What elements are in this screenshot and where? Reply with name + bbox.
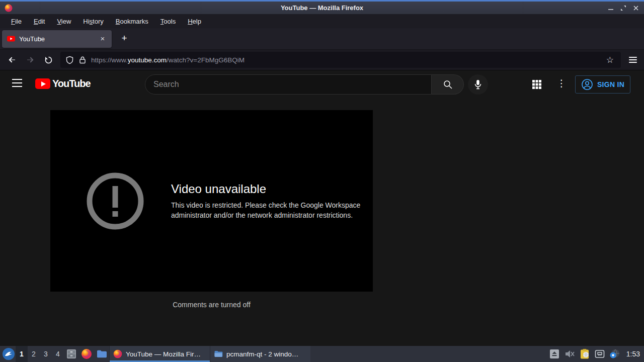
navigation-toolbar: https://www.youtube.com/watch?v=2FbMgG6B… (0, 50, 644, 70)
task-button-firefox[interactable]: YouTube — Mozilla Fir… (109, 346, 210, 362)
youtube-masthead: YouTube ⋮ (0, 70, 644, 99)
search-icon (443, 79, 453, 89)
desktop-launcher[interactable] (94, 346, 109, 362)
guide-hamburger-icon[interactable] (12, 79, 22, 87)
menu-tools[interactable]: Tools (154, 16, 182, 27)
network-status-globe-icon[interactable] (609, 348, 620, 359)
clock[interactable]: 1:53 (626, 350, 640, 358)
folder-icon (213, 349, 223, 359)
file-cabinet-icon (65, 348, 77, 360)
workspace-3[interactable]: 3 (40, 346, 52, 362)
workspace-4[interactable]: 4 (52, 346, 64, 362)
error-title: Video unavailable (171, 182, 370, 196)
tab-bar: YouTube × + (0, 28, 644, 50)
blue-folder-icon (96, 348, 108, 360)
new-tab-button[interactable]: + (117, 31, 132, 46)
youtube-wordmark: YouTube (52, 78, 91, 89)
window-title: YouTube — Mozilla Firefox (0, 4, 644, 12)
taskbar: 1 2 3 4 (0, 346, 644, 362)
volume-muted-icon[interactable] (564, 348, 575, 359)
firefox-launcher[interactable] (79, 346, 94, 362)
menu-edit[interactable]: Edit (28, 16, 51, 27)
tab-label: YouTube (19, 35, 98, 43)
url-bar[interactable]: https://www.youtube.com/watch?v=2FbMgG6B… (60, 52, 621, 68)
error-exclamation-icon (87, 172, 144, 230)
workspace-2[interactable]: 2 (28, 346, 40, 362)
url-text[interactable]: https://www.youtube.com/watch?v=2FbMgG6B… (91, 56, 604, 64)
task-label: pcmanfm-qt - 2 windo… (226, 350, 298, 358)
network-ethernet-icon[interactable] (594, 348, 605, 359)
search-input[interactable] (145, 74, 432, 95)
lxqt-bird-icon (2, 347, 15, 360)
bookmark-star-icon[interactable]: ☆ (604, 55, 616, 65)
tab-youtube[interactable]: YouTube × (2, 30, 112, 48)
system-tray: 1:53 (549, 348, 644, 359)
lock-icon[interactable] (79, 56, 86, 64)
reload-button[interactable] (40, 52, 56, 68)
menu-history[interactable]: History (77, 16, 109, 27)
forward-button[interactable] (22, 52, 38, 68)
menu-file[interactable]: File (5, 16, 28, 27)
comments-status: Comments are turned off (50, 301, 373, 309)
removable-media-icon[interactable] (549, 348, 560, 359)
microphone-icon (473, 79, 482, 89)
menu-bookmarks[interactable]: Bookmarks (110, 16, 154, 27)
task-button-pcmanfm[interactable]: pcmanfm-qt - 2 windo… (210, 346, 310, 362)
voice-search-button[interactable] (468, 74, 488, 95)
minimize-button[interactable] (607, 4, 615, 12)
firefox-window: YouTube — Mozilla Firefox File Edit View… (0, 0, 644, 362)
tab-close-icon[interactable]: × (98, 34, 108, 44)
titlebar[interactable]: YouTube — Mozilla Firefox (0, 2, 644, 14)
file-manager-launcher[interactable] (64, 346, 79, 362)
restore-button[interactable] (619, 4, 627, 12)
sign-in-label: SIGN IN (597, 80, 624, 88)
menu-help[interactable]: Help (182, 16, 207, 27)
youtube-page: YouTube ⋮ (0, 70, 644, 346)
clipboard-manager-icon[interactable] (579, 348, 590, 359)
firefox-icon (80, 348, 93, 360)
app-menu-button[interactable] (625, 52, 641, 68)
menu-view[interactable]: View (51, 16, 77, 27)
sign-in-button[interactable]: SIGN IN (575, 75, 630, 94)
back-button[interactable] (4, 52, 20, 68)
video-player: Video unavailable This video is restrict… (50, 110, 373, 292)
menubar: File Edit View History Bookmarks Tools H… (0, 14, 644, 28)
youtube-play-icon (35, 78, 50, 89)
firefox-icon (113, 349, 123, 359)
apps-grid-icon (531, 78, 543, 90)
youtube-favicon-icon (7, 35, 15, 43)
workspace-1[interactable]: 1 (16, 346, 28, 362)
start-menu-button[interactable] (2, 347, 16, 361)
task-label: YouTube — Mozilla Fir… (126, 350, 201, 358)
search-button[interactable] (432, 74, 464, 95)
youtube-logo[interactable]: YouTube (35, 78, 91, 89)
apps-grid-button[interactable] (531, 78, 543, 93)
close-button[interactable] (632, 4, 640, 12)
account-icon (581, 78, 593, 90)
more-options-icon[interactable]: ⋮ (556, 77, 567, 89)
error-message: This video is restricted. Please check t… (171, 200, 370, 220)
tracking-shield-icon[interactable] (65, 56, 74, 64)
